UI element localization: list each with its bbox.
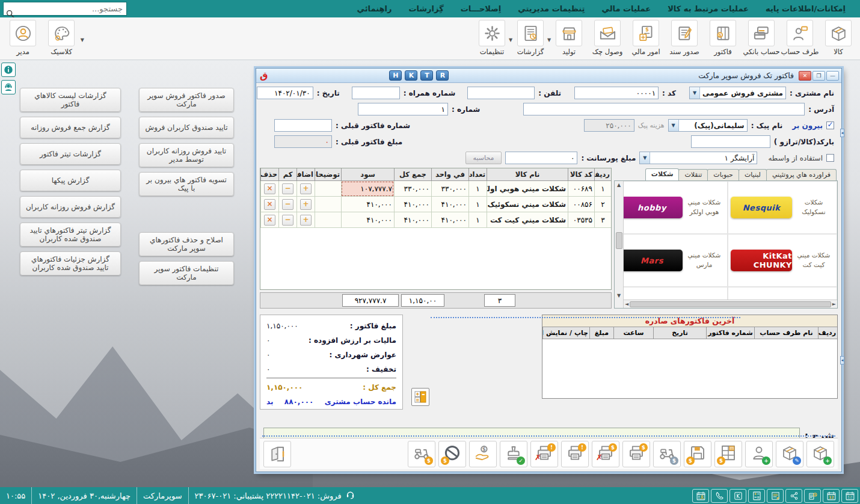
column-header[interactable]: ردیف xyxy=(594,168,611,181)
splitter[interactable] xyxy=(431,317,740,318)
column-header[interactable]: کد کالا xyxy=(568,168,594,181)
restore-button[interactable]: ❐ xyxy=(812,71,825,81)
toolbar-item-وصول چک[interactable]: وصول چک xyxy=(588,20,627,56)
report-icon[interactable] xyxy=(517,20,544,46)
desktop-button-right-3[interactable]: تسویه فاکتور هاي بیرون بر با پیک xyxy=(139,172,234,196)
phone-icon[interactable] xyxy=(711,489,728,503)
tab-شکلات[interactable]: شکلات xyxy=(645,168,680,180)
scroll-down-icon[interactable]: ▼ xyxy=(617,293,621,298)
hotkey-button-R[interactable]: R xyxy=(436,70,449,81)
tab-حبوبات[interactable]: حبوبات xyxy=(707,169,739,180)
item-qty[interactable]: ۱ xyxy=(468,197,487,212)
tab-لبنیات[interactable]: لبنیات xyxy=(739,169,767,180)
recent-column-header[interactable]: مبلغ xyxy=(589,327,613,339)
toolbar-item-تولید[interactable]: تولید ▼ xyxy=(550,20,588,56)
clock-report-icon[interactable] xyxy=(804,489,821,503)
support-agent-icon[interactable] xyxy=(1,80,16,94)
delete-button[interactable]: × xyxy=(264,183,275,194)
phone-field[interactable] xyxy=(467,87,535,99)
envelope-icon[interactable] xyxy=(594,20,621,46)
desktop-button-left-1[interactable]: گزارش جمع فروش روزانه xyxy=(20,117,121,138)
toolbar-item-امور مالي[interactable]: $ امور مالي xyxy=(627,20,665,56)
invoice-icon[interactable]: $ xyxy=(710,20,736,46)
menu-item-4[interactable]: اِصلاحـــات xyxy=(452,4,510,13)
cancel-print-button[interactable]: $✗ xyxy=(592,441,619,467)
desktop-button-left-4[interactable]: گزارش فروش روزانه کاربران xyxy=(20,196,121,218)
calculate-button[interactable]: محاسبه xyxy=(465,152,502,164)
broker-combo[interactable]: آرایشگر ۱ ▼ xyxy=(639,152,757,164)
toolbar-item-فاکتور[interactable]: $ فاکتور xyxy=(704,20,742,56)
toolbar-item-تنظیمات[interactable]: تنظیمات xyxy=(473,20,511,56)
product-card[interactable]: شکلات میني کیت کت KitKat CHUNKY xyxy=(728,234,837,287)
date-field[interactable] xyxy=(257,87,313,99)
user-icon[interactable] xyxy=(10,20,36,46)
save-invoice-button[interactable]: $ xyxy=(684,441,711,467)
code-field[interactable] xyxy=(574,87,659,99)
add-customer-button[interactable]: + xyxy=(745,441,773,467)
scroll-up-icon[interactable]: ▲ xyxy=(617,182,621,188)
exit-door-button[interactable] xyxy=(263,441,291,467)
recent-column-header[interactable]: ساعت xyxy=(613,327,653,339)
edge-splitter-handle[interactable]: ◂ xyxy=(840,356,844,364)
recent-column-header[interactable]: نام طرف حساب xyxy=(754,327,818,339)
share-icon[interactable] xyxy=(785,489,802,503)
hotkey-button-K[interactable]: K xyxy=(405,70,417,81)
mobile-field[interactable] xyxy=(352,87,400,99)
column-header[interactable]: نام کالا xyxy=(487,168,568,181)
chevron-down-icon[interactable]: ▼ xyxy=(81,37,84,43)
column-header[interactable]: حذف xyxy=(260,168,278,181)
column-header[interactable]: في واحد xyxy=(431,168,468,181)
desktop-button-left-2[interactable]: گزارشات تیتر فاکتور xyxy=(20,143,121,165)
global-search[interactable] xyxy=(3,2,127,16)
toolbar-item-صدور سند[interactable]: صدور سند xyxy=(665,20,704,56)
table-row[interactable]: ۳۰۳۵۳۵شکلات میني کیت کت۱۴۱۰,۰۰۰۴۱۰,۰۰۰۴۱… xyxy=(260,212,611,228)
decrease-button[interactable]: − xyxy=(282,183,293,194)
commission-field[interactable] xyxy=(505,152,577,164)
number-field[interactable] xyxy=(358,103,448,115)
cash-drawer-button[interactable]: $ xyxy=(714,441,742,467)
column-header[interactable]: اضافه xyxy=(296,168,315,181)
info-icon[interactable] xyxy=(1,63,16,77)
item-qty[interactable]: ۱ xyxy=(468,212,487,228)
recent-column-header[interactable]: ردیف xyxy=(818,327,837,339)
column-header[interactable]: کم xyxy=(278,168,296,181)
scroll-thumb[interactable] xyxy=(616,232,622,249)
item-note[interactable] xyxy=(315,181,341,197)
takeout-checkbox[interactable] xyxy=(826,121,834,129)
desktop-button-left-5[interactable]: گزارش تیتر فاکتورهاي تایید صندوق شده کار… xyxy=(20,223,121,247)
product-card[interactable]: شکلات نسکولیک Nesquik xyxy=(728,181,837,234)
decrease-button[interactable]: − xyxy=(282,199,293,210)
menu-item-5[interactable]: گِزارشات xyxy=(400,4,452,13)
horizontal-scrollbar[interactable]: ◄ ► xyxy=(624,300,837,308)
scroll-left-icon[interactable]: ◄ xyxy=(625,301,628,307)
toolbar-item-مدیر[interactable]: مدیر xyxy=(4,20,42,56)
toolbar-item-کلاسیک[interactable]: کلاسیک ▼ xyxy=(42,20,81,56)
product-card[interactable]: شکلات میني هوبي اولکر hobby xyxy=(624,181,728,234)
customer-combo[interactable]: مشتری فروش عمومی ▼ xyxy=(689,87,786,99)
scroll-thumb[interactable] xyxy=(630,301,831,307)
item-note[interactable] xyxy=(315,212,341,228)
delete-button[interactable]: × xyxy=(264,215,275,226)
menu-item-2[interactable]: عملیات مالي xyxy=(593,4,659,13)
toolbar-item-طرف حساب[interactable]: طرف حساب xyxy=(781,20,819,56)
minimize-button[interactable]: — xyxy=(826,71,839,81)
keyboard-k-icon[interactable] xyxy=(729,489,746,503)
toolbar-item-کالا[interactable]: کالا xyxy=(819,20,858,56)
edit-invoice-button[interactable]: ✎ xyxy=(776,441,803,467)
scroll-right-icon[interactable]: ► xyxy=(832,301,836,307)
gear-icon[interactable] xyxy=(479,20,505,46)
vertical-scrollbar[interactable]: ▲ ▼ xyxy=(615,181,624,308)
column-header[interactable]: تعداد xyxy=(468,168,487,181)
column-header[interactable]: جمع کل xyxy=(394,168,431,181)
hotkey-button-T[interactable]: T xyxy=(420,70,433,81)
courier-combo[interactable]: سلیمانی(پیک) ▼ xyxy=(668,119,748,132)
splitter[interactable] xyxy=(262,435,835,437)
desktop-button-right-2[interactable]: تایید فروش روزانه کاربران توسط مدیر xyxy=(139,143,234,167)
chevron-down-icon[interactable]: ▼ xyxy=(640,152,650,164)
broker-checkbox[interactable] xyxy=(826,154,834,162)
chevron-down-icon[interactable]: ▼ xyxy=(690,87,700,99)
cancel-print-fee-button[interactable]: !✗ xyxy=(530,441,558,467)
menu-item-1[interactable]: عملیات مرتبط به کالا xyxy=(659,4,757,13)
print-fee-button[interactable]: ! xyxy=(561,441,589,467)
prev-invoice-no-field[interactable] xyxy=(274,119,332,132)
